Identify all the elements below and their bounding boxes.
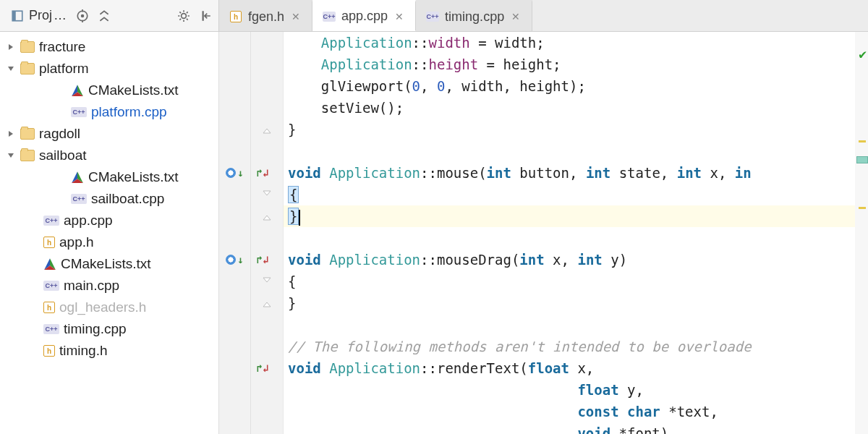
editor-tab[interactable]: C++app.cpp✕ (312, 0, 416, 31)
tree-item[interactable]: CMakeLists.txt (0, 80, 218, 101)
code-line[interactable] (284, 314, 855, 336)
code-line[interactable]: { (284, 184, 855, 205)
code-line[interactable]: } (284, 292, 855, 314)
fold-gutter-row: ↱↲ (251, 249, 283, 271)
tree-item[interactable]: C++sailboat.cpp (0, 188, 218, 210)
code-token: int (487, 165, 511, 181)
header-file-icon: h (43, 237, 55, 248)
editor[interactable]: ↓↓ ↱↲↱↲↱↲ Application::width = width; Ap… (219, 32, 868, 434)
tree-item[interactable]: sailboat (0, 145, 218, 166)
nav-arrows-icon[interactable]: ↱↲ (257, 357, 269, 379)
fold-gutter-row (251, 379, 283, 401)
tree-item[interactable]: platform (0, 58, 218, 80)
chevron-right-icon[interactable] (6, 129, 16, 139)
gutter-marker-row (219, 184, 250, 205)
warning-marker[interactable] (859, 140, 866, 142)
nav-arrows-icon[interactable]: ↱↲ (257, 249, 269, 271)
code-token: button, (511, 165, 586, 181)
tree-item-label: ragdoll (39, 126, 80, 142)
settings-icon[interactable] (175, 7, 192, 25)
folder-icon (20, 41, 35, 53)
hide-panel-icon[interactable] (197, 7, 214, 25)
change-marker[interactable] (856, 156, 868, 163)
code-token: :: (420, 165, 437, 181)
cmake-icon (43, 258, 56, 271)
code-content[interactable]: Application::width = width; Application:… (284, 32, 855, 434)
close-icon[interactable]: ✕ (510, 9, 522, 24)
gutter-marker-row (219, 140, 250, 162)
code-token: // The following methods aren't intended… (288, 339, 752, 354)
gutter-marker-row (219, 401, 250, 422)
folder-icon (20, 63, 35, 75)
tree-item[interactable]: C++timing.cpp (0, 318, 218, 340)
error-stripe[interactable]: ✔ (855, 32, 868, 434)
cpp-file-icon: C++ (426, 10, 439, 23)
inspection-ok-icon: ✔ (859, 43, 867, 65)
editor-tab[interactable]: C++timing.cpp✕ (416, 0, 532, 31)
fold-start-icon[interactable] (263, 277, 271, 286)
code-line[interactable]: glViewport(0, 0, width, height); (284, 75, 855, 97)
tree-item[interactable]: C++main.cpp (0, 275, 218, 297)
code-line[interactable]: void *font) (284, 422, 855, 434)
code-line[interactable]: setView(); (284, 97, 855, 119)
gutter-marker-row (219, 32, 250, 54)
override-icon[interactable] (226, 168, 236, 178)
close-icon[interactable]: ✕ (290, 9, 302, 24)
fold-end-icon[interactable] (263, 125, 271, 134)
warning-marker[interactable] (859, 207, 866, 209)
chevron-down-icon[interactable] (6, 64, 16, 74)
code-token: x, (702, 165, 735, 181)
cmake-icon (71, 84, 84, 97)
collapse-all-icon[interactable] (95, 7, 113, 25)
code-token: , width, height); (445, 78, 585, 94)
code-line[interactable]: void Application::mouse(int button, int … (284, 162, 855, 184)
fold-end-icon[interactable] (263, 299, 271, 307)
tree-item[interactable]: happ.h (0, 231, 218, 253)
close-icon[interactable]: ✕ (393, 9, 405, 24)
fold-start-icon[interactable] (263, 190, 271, 199)
code-line[interactable]: // The following methods aren't intended… (284, 336, 855, 357)
tree-item[interactable]: C++app.cpp (0, 210, 218, 231)
nav-arrows-icon[interactable]: ↱↲ (257, 162, 269, 184)
code-line[interactable]: void Application::renderText(float x, (284, 357, 855, 379)
project-view-icon[interactable] (9, 7, 26, 25)
override-icon[interactable] (226, 255, 236, 265)
code-token: 0 (412, 78, 420, 94)
fold-gutter-row (251, 292, 283, 314)
gutter-folding[interactable]: ↱↲↱↲↱↲ (251, 32, 284, 434)
code-line[interactable]: { (284, 271, 855, 292)
code-line[interactable]: Application::height = height; (284, 54, 855, 75)
fold-gutter-row (251, 97, 283, 119)
folder-icon (20, 128, 35, 140)
code-line[interactable]: float y, (284, 379, 855, 401)
code-token: x, (569, 360, 594, 376)
tree-item[interactable]: hogl_headers.h (0, 297, 218, 318)
code-token: x, (545, 252, 578, 268)
tree-item-label: platform (39, 61, 89, 77)
code-line[interactable]: const char *text, (284, 401, 855, 422)
tree-item[interactable]: htiming.h (0, 340, 218, 362)
code-line[interactable] (284, 140, 855, 162)
fold-end-icon[interactable] (263, 212, 271, 221)
code-line[interactable]: } (284, 205, 855, 227)
locate-icon[interactable] (74, 7, 91, 25)
fold-gutter-row (251, 32, 283, 54)
tree-item[interactable]: fracture (0, 36, 218, 58)
tree-item[interactable]: C++platform.cpp (0, 101, 218, 123)
chevron-right-icon[interactable] (6, 42, 16, 52)
gutter-marker-row (219, 314, 250, 336)
code-line[interactable]: Application::width = width; (284, 32, 855, 54)
project-tree[interactable]: fractureplatformCMakeLists.txtC++platfor… (0, 32, 219, 434)
code-line[interactable]: } (284, 119, 855, 140)
tree-item[interactable]: ragdoll (0, 123, 218, 145)
tree-item-label: ogl_headers.h (59, 299, 146, 315)
code-token: Application (329, 165, 420, 181)
gutter-marker-row (219, 422, 250, 434)
code-token: void (577, 425, 610, 434)
code-line[interactable] (284, 227, 855, 249)
chevron-down-icon[interactable] (6, 150, 16, 161)
tree-item[interactable]: CMakeLists.txt (0, 253, 218, 275)
code-line[interactable]: void Application::mouseDrag(int x, int y… (284, 249, 855, 271)
tree-item[interactable]: CMakeLists.txt (0, 166, 218, 188)
editor-tab[interactable]: hfgen.h✕ (219, 0, 312, 31)
